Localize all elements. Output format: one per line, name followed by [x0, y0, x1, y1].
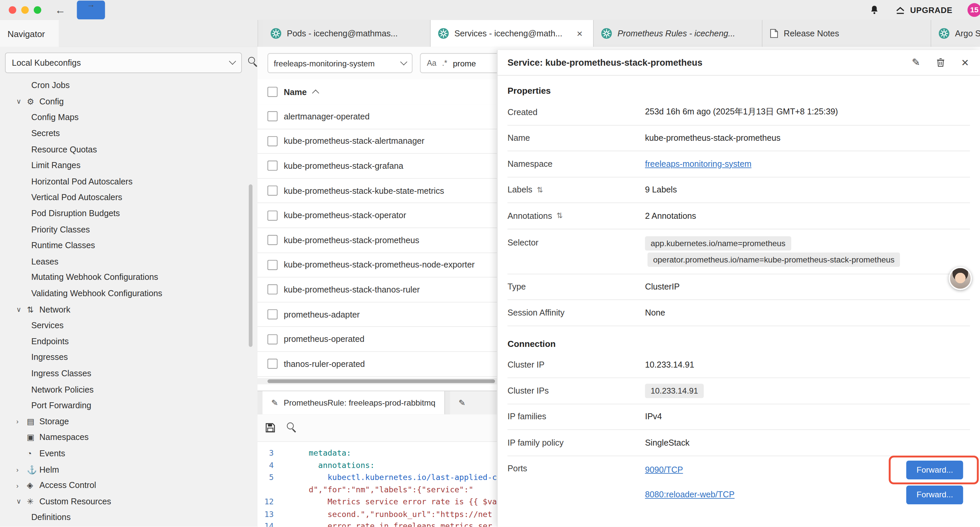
sidebar-tree-item[interactable]: Limit Ranges — [0, 158, 258, 174]
sidebar-scrollbar[interactable] — [249, 185, 253, 347]
forward-button-9090[interactable]: Forward... — [907, 460, 963, 479]
search-icon — [287, 422, 296, 431]
sidebar-tree-item[interactable]: Vertical Pod Autoscalers — [0, 189, 258, 205]
tab-release-notes[interactable]: Release Notes — [762, 20, 931, 47]
sort-ascending-icon[interactable] — [312, 90, 319, 97]
sidebar-tree-item[interactable]: ◔ Events — [0, 445, 258, 461]
row-checkbox[interactable] — [267, 359, 277, 369]
user-avatar[interactable] — [949, 267, 972, 290]
sort-toggle-icon[interactable]: ⇅ — [537, 185, 543, 194]
notifications-bell-icon[interactable] — [869, 4, 880, 16]
navigator-title: Navigator — [0, 20, 59, 47]
notification-count-badge: 15 — [967, 3, 980, 17]
forward-arrow-icon[interactable]: → — [77, 1, 105, 19]
row-checkbox[interactable] — [267, 210, 277, 220]
sidebar-tree-item[interactable]: ▣ Namespaces — [0, 429, 258, 445]
sidebar-tree-item[interactable]: Validating Webhook Configurations — [0, 285, 258, 301]
sidebar-tree-item[interactable]: Mutating Webhook Configurations — [0, 269, 258, 285]
match-case-icon[interactable]: Aa — [427, 59, 437, 67]
sidebar-tree-item[interactable]: › ⚓ Helm — [0, 461, 258, 477]
sort-toggle-icon[interactable]: ⇅ — [556, 212, 563, 220]
row-checkbox[interactable] — [267, 161, 277, 171]
annotations-count[interactable]: 2 Annotations — [645, 211, 970, 220]
search-input[interactable]: prome — [453, 58, 476, 68]
service-detail-panel: Service: kube-prometheus-stack-prometheu… — [497, 50, 980, 527]
save-icon[interactable] — [265, 423, 275, 433]
sidebar-tree-item[interactable]: Pod Disruption Budgets — [0, 205, 258, 221]
tree-item-label: Horizontal Pod Autoscalers — [31, 177, 133, 186]
sidebar-tree-item[interactable]: Services — [0, 318, 258, 334]
forward-button-8080[interactable]: Forward... — [907, 485, 963, 504]
line-number: 14 — [258, 520, 283, 527]
select-all-checkbox[interactable] — [267, 87, 277, 97]
minimize-window-button[interactable] — [21, 6, 29, 14]
expand-chevron-icon[interactable]: ∨ — [16, 97, 27, 105]
tab-label: Release Notes — [784, 29, 839, 38]
row-checkbox[interactable] — [267, 309, 277, 320]
expand-chevron-icon[interactable]: ∨ — [16, 497, 27, 505]
editor-tab-prometheusrule[interactable]: ✎ PrometheusRule: freeleaps-prod-rabbitm… — [262, 391, 445, 414]
sidebar-tree-item[interactable]: Network Policies — [0, 381, 258, 397]
expand-chevron-icon[interactable]: ∨ — [16, 306, 27, 314]
back-arrow-icon[interactable]: ← — [55, 5, 66, 15]
scrollbar-thumb[interactable] — [267, 379, 495, 383]
zoom-window-button[interactable] — [34, 6, 41, 14]
delete-resource-icon[interactable] — [936, 57, 945, 67]
sidebar-tree-item[interactable]: › ◈ Access Control — [0, 477, 258, 493]
close-panel-icon[interactable]: × — [961, 56, 969, 69]
row-checkbox[interactable] — [267, 136, 277, 146]
sidebar-tree-item[interactable]: Ingress Classes — [0, 366, 258, 382]
name-column-header[interactable]: Name — [284, 87, 307, 96]
sidebar-tree-item[interactable]: ∨ ⚙ Config — [0, 93, 258, 110]
sidebar-tree-item[interactable]: Cron Jobs — [0, 77, 258, 93]
tab-services[interactable]: Services - icecheng@math... × — [431, 20, 594, 47]
tab-label: Argo S — [955, 29, 980, 38]
service-name: kube-prometheus-stack-alertmanager — [284, 137, 425, 146]
category-icon: ⚓ — [27, 465, 39, 474]
selector-chip: app.kubernetes.io/name=prometheus — [645, 236, 791, 250]
edit-resource-icon[interactable]: ✎ — [912, 57, 920, 67]
sidebar-tree-item[interactable]: › ▤ Storage — [0, 413, 258, 429]
namespace-filter-dropdown[interactable]: freeleaps-monitoring-system — [267, 53, 413, 73]
row-checkbox[interactable] — [267, 334, 277, 344]
tab-prometheus-rules[interactable]: Prometheus Rules - icecheng... — [594, 20, 762, 47]
sidebar-tree-item[interactable]: ∨ ⇅ Network — [0, 301, 258, 318]
sidebar-tree-item[interactable]: Leases — [0, 253, 258, 269]
expand-chevron-icon[interactable]: › — [16, 482, 27, 489]
labels-count[interactable]: 9 Labels — [645, 185, 970, 194]
sidebar-tree-item[interactable]: Endpoints — [0, 334, 258, 350]
conn-row-cluster-ip: Cluster IP 10.233.14.91 — [508, 352, 970, 378]
row-checkbox[interactable] — [267, 285, 277, 295]
kubeconfig-selector[interactable]: Local Kubeconfigs — [5, 52, 242, 73]
tab-argo[interactable]: Argo S — [931, 20, 980, 47]
port-link-8080[interactable]: 8080:reloader-web/TCP — [645, 490, 735, 499]
sidebar-tree-item[interactable]: Runtime Classes — [0, 237, 258, 253]
sidebar-tree-item[interactable]: Config Maps — [0, 110, 258, 126]
row-checkbox[interactable] — [267, 186, 277, 196]
sidebar-tree-item[interactable]: Ingresses — [0, 350, 258, 366]
regex-icon[interactable]: .* — [442, 59, 447, 67]
expand-chevron-icon[interactable]: › — [16, 466, 27, 473]
editor-search-button[interactable] — [287, 422, 296, 434]
tree-item-label: Services — [31, 321, 64, 330]
sidebar-tree-item[interactable]: Secrets — [0, 126, 258, 142]
sidebar-tree-item[interactable]: Priority Classes — [0, 221, 258, 237]
close-tab-icon[interactable]: × — [577, 28, 583, 39]
row-checkbox[interactable] — [267, 260, 277, 270]
tab-pods[interactable]: Pods - icecheng@mathmas... — [263, 20, 431, 47]
row-checkbox[interactable] — [267, 235, 277, 245]
expand-chevron-icon[interactable]: › — [16, 417, 27, 425]
sidebar-search-button[interactable] — [248, 57, 258, 68]
sidebar-tree-item[interactable]: ∨ ✳ Custom Resources — [0, 493, 258, 509]
sidebar-tree-item[interactable]: Definitions — [0, 509, 258, 525]
port-link-9090[interactable]: 9090/TCP — [645, 465, 683, 474]
close-window-button[interactable] — [9, 6, 16, 14]
sidebar-tree-item[interactable]: Resource Quotas — [0, 142, 258, 158]
created-value: 253d 16h 6m ago (2025年1月13日 GMT+8 1:25:3… — [645, 107, 970, 118]
upgrade-button[interactable]: UPGRADE — [895, 5, 952, 15]
row-checkbox[interactable] — [267, 111, 277, 121]
tree-item-label: Mutating Webhook Configurations — [31, 273, 158, 282]
sidebar-tree-item[interactable]: Port Forwarding — [0, 397, 258, 413]
namespace-link[interactable]: freeleaps-monitoring-system — [645, 159, 751, 169]
sidebar-tree-item[interactable]: Horizontal Pod Autoscalers — [0, 174, 258, 189]
